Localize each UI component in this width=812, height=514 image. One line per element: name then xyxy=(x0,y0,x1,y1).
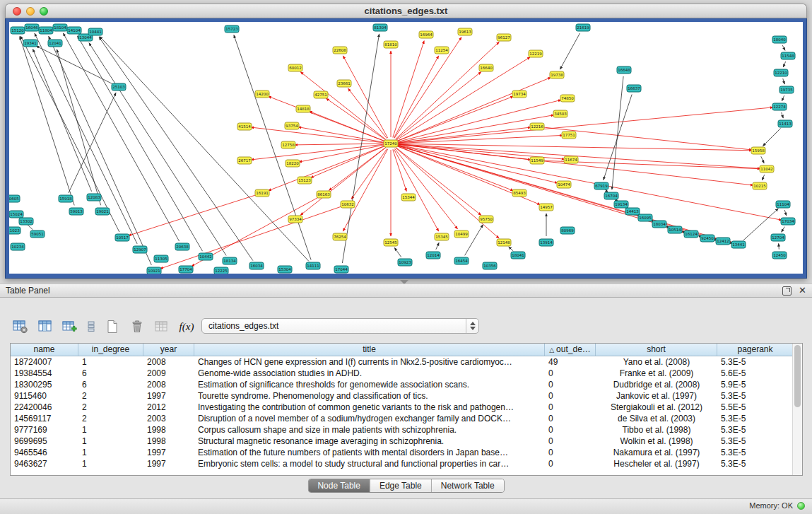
cell-name[interactable]: 9699695 xyxy=(11,436,78,447)
cell-year[interactable]: 1998 xyxy=(143,424,194,436)
graph-edge[interactable] xyxy=(397,127,531,143)
graph-node[interactable]: 16704 xyxy=(604,192,618,199)
graph-node[interactable]: 14200 xyxy=(255,90,269,98)
graph-node[interactable]: 19735 xyxy=(779,86,794,93)
graph-edge[interactable] xyxy=(20,37,74,206)
cell-pagerank[interactable]: 5.6E-5 xyxy=(717,368,794,379)
graph-edge[interactable] xyxy=(99,37,253,260)
graph-edge[interactable] xyxy=(268,146,384,191)
graph-node[interactable]: 16034 xyxy=(249,262,264,269)
cell-in_degree[interactable]: 1 xyxy=(78,356,143,368)
cell-out_degree[interactable]: 0 xyxy=(545,458,596,469)
graph-node[interactable]: 74850 xyxy=(560,95,575,102)
graph-edge[interactable] xyxy=(299,145,384,162)
graph-edge[interactable] xyxy=(310,146,384,178)
graph-node[interactable]: 12148 xyxy=(497,239,511,246)
graph-node[interactable]: 19738 xyxy=(550,71,564,78)
tab-network-table[interactable]: Network Table xyxy=(432,479,504,492)
graph-node[interactable]: 13302 xyxy=(19,218,33,225)
graph-edge[interactable] xyxy=(436,243,439,250)
graph-node[interactable]: 25103 xyxy=(112,83,126,90)
graph-edge[interactable] xyxy=(295,144,384,145)
graph-node[interactable]: 20638 xyxy=(175,243,189,250)
graph-node[interactable]: 10514 xyxy=(668,226,682,233)
graph-node[interactable]: 11413 xyxy=(778,120,792,127)
tab-edge-table[interactable]: Edge Table xyxy=(370,479,432,492)
graph-node[interactable]: 14111 xyxy=(306,262,320,269)
cell-out_degree[interactable]: 49 xyxy=(545,356,596,368)
graph-node[interactable]: 12704 xyxy=(771,234,785,241)
graph-edge[interactable] xyxy=(57,49,100,206)
graph-edge[interactable] xyxy=(762,175,764,180)
graph-node[interactable]: 60012 xyxy=(288,64,302,71)
graph-edge[interactable] xyxy=(782,95,784,101)
cell-year[interactable]: 2012 xyxy=(143,402,194,413)
column-header-in_degree[interactable]: in_degree xyxy=(78,344,143,356)
graph-node[interactable]: 12545 xyxy=(384,239,398,246)
cell-out_degree[interactable]: 0 xyxy=(545,368,596,379)
graph-node[interactable]: 10632 xyxy=(341,201,355,208)
cell-pagerank[interactable]: 5.3E-5 xyxy=(717,413,794,424)
graph-node[interactable]: 17704 xyxy=(179,266,193,273)
cell-year[interactable]: 1997 xyxy=(143,447,194,458)
graph-edge[interactable] xyxy=(761,156,764,163)
graph-node[interactable]: 14413 xyxy=(625,208,640,215)
cell-in_degree[interactable]: 2 xyxy=(78,390,143,402)
graph-edge[interactable] xyxy=(396,42,500,139)
cell-out_degree[interactable]: 0 xyxy=(545,379,596,390)
column-visibility-button[interactable] xyxy=(36,317,54,336)
graph-node[interactable]: 18041 xyxy=(511,252,525,259)
graph-edge[interactable] xyxy=(509,247,514,251)
graph-node[interactable]: 15345 xyxy=(435,233,449,240)
cell-short[interactable]: Nakamura et al. (1997) xyxy=(596,447,717,458)
graph-node[interactable]: 12210 xyxy=(774,69,788,76)
graph-edge[interactable] xyxy=(782,227,785,233)
graph-node[interactable]: 20605 xyxy=(9,195,20,202)
table-row[interactable]: 1456911722003Disruption of a novel membe… xyxy=(11,413,802,424)
cell-title[interactable]: Disruption of a novel member of a sodium… xyxy=(194,413,545,424)
table-mode-button[interactable] xyxy=(11,317,30,336)
graph-node[interactable]: 21619 xyxy=(576,24,590,31)
graph-node[interactable]: 14104 xyxy=(67,27,81,34)
cell-pagerank[interactable]: 5.3E-5 xyxy=(717,390,794,402)
cell-name[interactable]: 22420046 xyxy=(11,402,78,413)
graph-node[interactable]: 16964 xyxy=(419,31,433,38)
graph-node[interactable]: 15304 xyxy=(278,266,292,273)
graph-node[interactable]: 23661 xyxy=(337,80,351,87)
cell-name[interactable]: 18300295 xyxy=(11,379,78,390)
graph-node[interactable]: 16046 xyxy=(25,24,39,31)
graph-edge[interactable] xyxy=(309,111,384,141)
graph-node[interactable]: 11042 xyxy=(760,165,774,173)
graph-node[interactable]: 12041 xyxy=(48,40,62,47)
graph-node[interactable]: 11254 xyxy=(435,47,449,54)
graph-edge[interactable] xyxy=(89,43,226,256)
graph-edge[interactable] xyxy=(397,145,782,221)
graph-node[interactable]: 12907 xyxy=(133,246,147,253)
new-document-button[interactable] xyxy=(103,317,122,336)
column-header-out_degree[interactable]: △out_de… xyxy=(545,344,596,356)
graph-node[interactable]: 42751 xyxy=(314,91,328,98)
cell-title[interactable]: Estimation of the future numbers of pati… xyxy=(194,447,545,458)
graph-node[interactable]: 12274 xyxy=(772,103,787,110)
table-row[interactable]: 1830029562008Estimation of significance … xyxy=(11,379,802,390)
graph-node[interactable]: 11104 xyxy=(776,201,790,208)
graph-node[interactable]: 15123 xyxy=(298,177,312,184)
graph-node[interactable]: 10499 xyxy=(454,230,469,238)
cell-short[interactable]: Wolkin et al. (1998) xyxy=(596,436,717,447)
graph-node[interactable]: 92450 xyxy=(700,235,714,242)
cell-out_degree[interactable]: 0 xyxy=(545,390,596,402)
cell-year[interactable]: 2008 xyxy=(143,379,194,390)
cell-in_degree[interactable]: 1 xyxy=(78,458,143,469)
table-row[interactable]: 977716911998Corpus callosum shape and si… xyxy=(11,424,802,436)
graph-node[interactable]: 12450 xyxy=(772,252,787,259)
cell-title[interactable]: Tourette syndrome. Phenomenology and cla… xyxy=(194,390,545,402)
graph-node[interactable]: 17034 xyxy=(781,218,795,225)
graph-node[interactable]: 67919 xyxy=(594,182,608,189)
delete-button[interactable] xyxy=(128,317,146,336)
graph-edge[interactable] xyxy=(783,78,785,84)
graph-node[interactable]: 16191 xyxy=(255,189,269,197)
row-options-button[interactable] xyxy=(86,317,97,336)
graph-edge[interactable] xyxy=(604,95,632,180)
cell-short[interactable]: Tibbo et al. (1998) xyxy=(596,424,717,436)
graph-node[interactable]: 17044 xyxy=(334,266,348,273)
